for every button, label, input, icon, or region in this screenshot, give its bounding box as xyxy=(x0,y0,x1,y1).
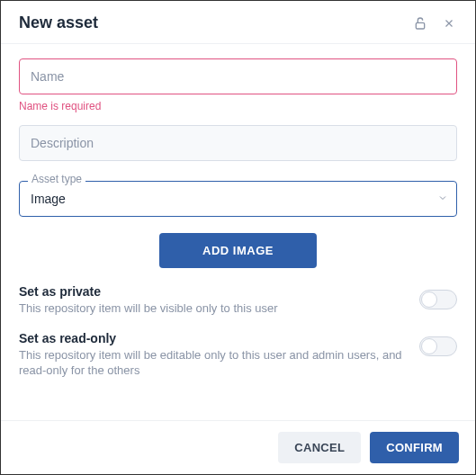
private-toggle[interactable] xyxy=(419,290,457,309)
description-field xyxy=(19,125,457,161)
readonly-title: Set as read-only xyxy=(19,331,407,345)
private-title: Set as private xyxy=(19,284,407,299)
add-image-button[interactable]: ADD IMAGE xyxy=(159,233,317,268)
dialog-header: New asset xyxy=(1,1,475,44)
name-input[interactable] xyxy=(19,58,457,94)
close-icon[interactable] xyxy=(441,15,457,31)
assettype-value: Image xyxy=(31,192,66,206)
name-error: Name is required xyxy=(19,100,457,112)
assettype-select[interactable]: Image xyxy=(19,181,457,217)
new-asset-dialog: New asset Name is required Asset type Im… xyxy=(1,1,475,474)
assettype-field: Asset type Image xyxy=(19,181,457,217)
readonly-toggle[interactable] xyxy=(419,336,457,356)
svg-rect-0 xyxy=(416,22,424,29)
cancel-button[interactable]: CANCEL xyxy=(278,432,361,463)
readonly-desc: This repository item will be editable on… xyxy=(19,347,407,379)
name-field: Name is required xyxy=(19,58,457,112)
private-text: Set as private This repository item will… xyxy=(19,284,407,317)
dialog-body: Name is required Asset type Image ADD IM… xyxy=(1,44,475,408)
dialog-title: New asset xyxy=(19,13,400,32)
assettype-label: Asset type xyxy=(28,173,85,185)
unlock-icon[interactable] xyxy=(412,15,428,31)
readonly-row: Set as read-only This repository item wi… xyxy=(19,331,457,379)
confirm-button[interactable]: CONFIRM xyxy=(370,432,459,463)
private-desc: This repository item will be visible onl… xyxy=(19,300,407,317)
dialog-footer: CANCEL CONFIRM xyxy=(1,420,475,474)
readonly-text: Set as read-only This repository item wi… xyxy=(19,331,407,379)
description-input[interactable] xyxy=(19,125,457,161)
add-image-row: ADD IMAGE xyxy=(19,233,457,268)
private-row: Set as private This repository item will… xyxy=(19,284,457,317)
